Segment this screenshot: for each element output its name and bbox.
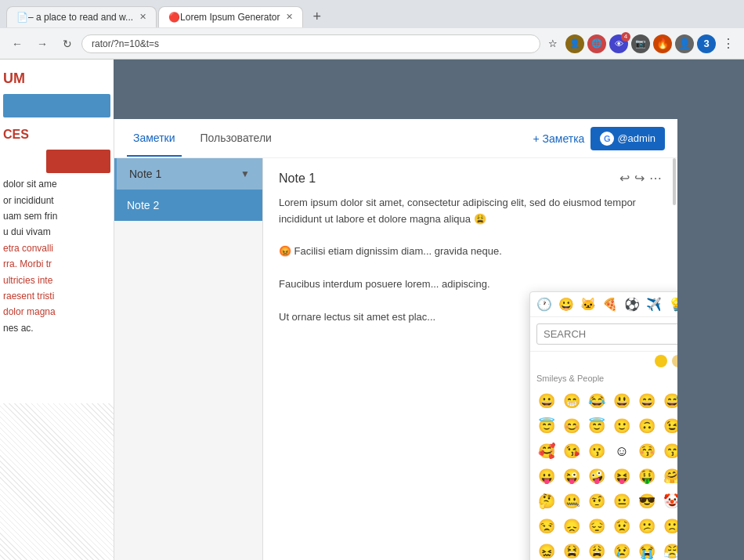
tab1-label: – a place to read and w... [28, 12, 133, 23]
emoji-thinking[interactable]: 🤔 [535, 490, 558, 513]
tab1-favicon: 📄 [16, 12, 28, 23]
note-dropdown-icon[interactable]: ▼ [240, 168, 250, 179]
note-line-1: Lorem ipsum dolor sit amet, consectetur … [279, 195, 662, 228]
back-button[interactable]: ← [6, 33, 28, 55]
profile-badge[interactable]: 3 [697, 34, 716, 53]
reload-button[interactable]: ↻ [56, 33, 78, 55]
emoji-smiley[interactable]: 😃 [610, 389, 634, 413]
note-line-3: Faucibus interdum posuere lorem... adipi… [279, 276, 662, 293]
emoji-disappointed[interactable]: 😞 [560, 515, 583, 538]
um-text: UM [3, 66, 110, 91]
emoji-winking-tongue[interactable]: 😜 [560, 464, 583, 488]
bg-text-3: uam sem frin [3, 208, 110, 224]
cat-sports[interactable]: ⚽ [623, 295, 641, 313]
emoji-angel[interactable]: 😇 [585, 414, 609, 438]
add-note-button[interactable]: + Заметка [533, 132, 585, 145]
tab-1[interactable]: 📄 – a place to read and w... ✕ [6, 6, 157, 27]
emoji-grin[interactable]: 😁 [560, 389, 583, 413]
emoji-neutral[interactable]: 😐 [610, 490, 634, 513]
tab-2[interactable]: 🔴 Lorem Ipsum Generator ✕ [158, 6, 303, 27]
ext2-icon[interactable]: 🌐 [587, 34, 606, 53]
google-admin-button[interactable]: G @admin [591, 127, 665, 150]
emoji-grinning[interactable]: 😀 [535, 389, 558, 413]
menu-button[interactable]: ⋮ [719, 34, 738, 53]
ext4-icon[interactable]: 📷 [631, 34, 650, 53]
more-options-button[interactable]: ⋯ [649, 171, 662, 186]
ext5-icon[interactable]: 🔥 [653, 34, 672, 53]
ces-text: CES [3, 124, 110, 146]
emoji-sob[interactable]: 😭 [635, 540, 659, 560]
bg-text-1: dolor sit ame [3, 176, 110, 192]
tab2-close[interactable]: ✕ [286, 12, 293, 22]
bg-text-7: ultricies inte [3, 273, 110, 288]
emoji-unamused[interactable]: 😒 [535, 515, 558, 538]
emoji-clown[interactable]: 🤡 [660, 490, 677, 513]
emoji-pouting[interactable]: 😤 [660, 540, 677, 560]
emoji-section-label: Smileys & People [530, 370, 677, 386]
emoji-confused[interactable]: 😕 [635, 515, 659, 538]
skin-tone-row [530, 352, 677, 370]
emoji-weary[interactable]: 😩 [585, 540, 609, 560]
emoji-zany[interactable]: 🤪 [585, 464, 609, 488]
bg-text-10: nes ac. [3, 320, 110, 336]
bg-text-9: dolor magna [3, 304, 110, 320]
bookmark-icon[interactable]: ☆ [544, 34, 562, 53]
emoji-tired[interactable]: 😫 [560, 540, 583, 560]
emoji-stuck-out-tongue[interactable]: 😛 [535, 464, 558, 488]
note-line-2: 😡 Facilisi etiam dignissim diam... gravi… [279, 244, 662, 260]
emoji-hugging[interactable]: 🤗 [660, 464, 677, 488]
emoji-pensive[interactable]: 😔 [585, 515, 609, 538]
cat-animals[interactable]: 🐱 [579, 295, 598, 313]
emoji-smiling-hearts[interactable]: 🥰 [535, 439, 558, 463]
emoji-slightly-frowning[interactable]: 🙁 [660, 515, 677, 538]
undo-button[interactable]: ↩ [619, 171, 630, 186]
note-item-2[interactable]: Note 2 [114, 190, 262, 221]
ext6-icon[interactable]: 👤 [675, 34, 694, 53]
note-item-1[interactable]: Note 1 ▼ [114, 158, 262, 190]
ext1-icon[interactable]: 👤 [565, 34, 584, 53]
ext3-icon[interactable]: 👁 4 [609, 34, 628, 53]
tab2-favicon: 🔴 [168, 12, 180, 23]
cat-objects[interactable]: 💡 [666, 295, 677, 313]
emoji-kissing-heart[interactable]: 😘 [560, 439, 583, 463]
emoji-smile[interactable]: 😄 [635, 389, 659, 413]
emoji-wink[interactable]: 😉 [660, 414, 677, 438]
emoji-kissing[interactable]: 😗 [585, 439, 609, 463]
redo-button[interactable]: ↪ [634, 171, 645, 186]
emoji-worried[interactable]: 😟 [610, 515, 634, 538]
cat-recent[interactable]: 🕐 [535, 295, 554, 313]
tab-notes[interactable]: Заметки [127, 121, 182, 157]
emoji-squinting-tongue[interactable]: 😝 [610, 464, 634, 488]
cat-smileys[interactable]: 😀 [557, 295, 576, 313]
emoji-search-input[interactable] [536, 323, 677, 345]
scroll-indicator [673, 158, 676, 205]
emoji-joy[interactable]: 😂 [585, 389, 609, 413]
address-bar[interactable]: rator/?n=10&t=s [81, 34, 540, 53]
emoji-raised-eyebrow[interactable]: 🤨 [585, 490, 609, 513]
skin-tone-2[interactable] [672, 355, 677, 367]
cat-travel[interactable]: ✈️ [645, 295, 663, 313]
google-icon: G [600, 132, 614, 146]
emoji-money-mouth[interactable]: 🤑 [635, 464, 659, 488]
emoji-innocent[interactable]: 😇 [535, 414, 558, 438]
emoji-cry[interactable]: 😢 [610, 540, 634, 560]
tab1-close[interactable]: ✕ [139, 12, 146, 22]
skin-tone-1[interactable] [655, 355, 667, 367]
emoji-slightly-smiling[interactable]: 🙂 [610, 414, 634, 438]
cat-food[interactable]: 🍕 [601, 295, 619, 313]
emoji-kissing-closed[interactable]: 😚 [635, 439, 659, 463]
emoji-sweat-smile[interactable]: 😅 [660, 389, 677, 413]
note-content-area: Note 1 ↩ ↪ ⋯ Lorem ipsum dolor sit amet,… [263, 158, 677, 560]
emoji-blush[interactable]: 😊 [560, 414, 583, 438]
tab-users[interactable]: Пользователи [194, 121, 278, 157]
emoji-kissing-smiling[interactable]: 😙 [660, 439, 677, 463]
tab2-label: Lorem Ipsum Generator [180, 12, 280, 23]
emoji-zipper-mouth[interactable]: 🤐 [560, 490, 583, 513]
bg-text-2: or incididunt [3, 193, 110, 208]
emoji-confounded[interactable]: 😖 [535, 540, 558, 560]
new-tab-button[interactable]: + [308, 7, 326, 27]
emoji-relaxed[interactable]: ☺️ [610, 439, 634, 463]
emoji-upside-down[interactable]: 🙃 [635, 414, 659, 438]
forward-button[interactable]: → [31, 33, 53, 55]
emoji-cool[interactable]: 😎 [635, 490, 659, 513]
